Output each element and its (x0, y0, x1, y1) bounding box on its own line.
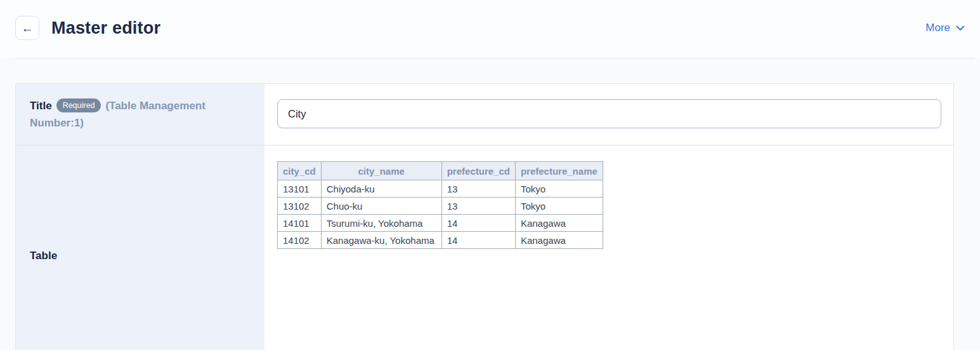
cell-prefecture-name: Tokyo (515, 198, 603, 215)
cell-city-cd: 13102 (278, 198, 322, 215)
cell-prefecture-name: Kanagawa (515, 215, 603, 232)
table-field-row: Table city_cd city_name prefecture_cd pr… (16, 145, 953, 350)
table-label-cell: Table (16, 145, 265, 350)
title-input-cell (265, 84, 953, 145)
cell-prefecture-name: Kanagawa (515, 232, 603, 249)
table-row: 14101 Tsurumi-ku, Yokohama 14 Kanagawa (278, 215, 603, 232)
back-arrow-icon: ← (22, 22, 34, 34)
cell-prefecture-name: Tokyo (515, 180, 603, 198)
title-label-cell: TitleRequired(Table Management Number:1) (16, 84, 265, 145)
cell-city-cd: 13101 (278, 180, 322, 198)
cell-city-cd: 14101 (278, 215, 322, 232)
table-row: 14102 Kanagawa-ku, Yokohama 14 Kanagawa (278, 232, 603, 249)
page-title: Master editor (51, 16, 160, 40)
table-header-row: city_cd city_name prefecture_cd prefectu… (278, 162, 603, 180)
column-header-city-name: city_name (321, 162, 441, 180)
column-header-prefecture-name: prefecture_name (515, 162, 603, 180)
table-cell: city_cd city_name prefecture_cd prefectu… (265, 145, 953, 350)
table-row: 13101 Chiyoda-ku 13 Tokyo (278, 180, 603, 198)
chevron-down-icon (956, 25, 965, 31)
column-header-city-cd: city_cd (278, 162, 322, 180)
header-divider (15, 58, 975, 58)
cell-prefecture-cd: 14 (441, 232, 515, 249)
cell-city-cd: 14102 (278, 232, 322, 249)
top-bar: ← Master editor More (0, 0, 980, 58)
more-button[interactable]: More (925, 16, 965, 40)
title-input[interactable] (277, 99, 941, 128)
cell-prefecture-cd: 13 (441, 180, 515, 198)
column-header-prefecture-cd: prefecture_cd (441, 162, 515, 180)
back-button[interactable]: ← (15, 16, 39, 40)
title-field-label: Title (30, 100, 52, 112)
cell-city-name: Kanagawa-ku, Yokohama (321, 232, 441, 249)
master-data-table: city_cd city_name prefecture_cd prefectu… (277, 161, 603, 249)
required-badge: Required (56, 98, 101, 112)
title-field-row: TitleRequired(Table Management Number:1) (16, 84, 953, 145)
cell-city-name: Chuo-ku (321, 198, 441, 215)
cell-prefecture-cd: 13 (441, 198, 515, 215)
more-button-label: More (925, 16, 950, 40)
table-field-label: Table (30, 247, 57, 264)
cell-city-name: Tsurumi-ku, Yokohama (321, 215, 441, 232)
table-row: 13102 Chuo-ku 13 Tokyo (278, 198, 603, 215)
master-editor-card: TitleRequired(Table Management Number:1)… (15, 83, 954, 350)
cell-prefecture-cd: 14 (441, 215, 515, 232)
cell-city-name: Chiyoda-ku (321, 180, 441, 198)
